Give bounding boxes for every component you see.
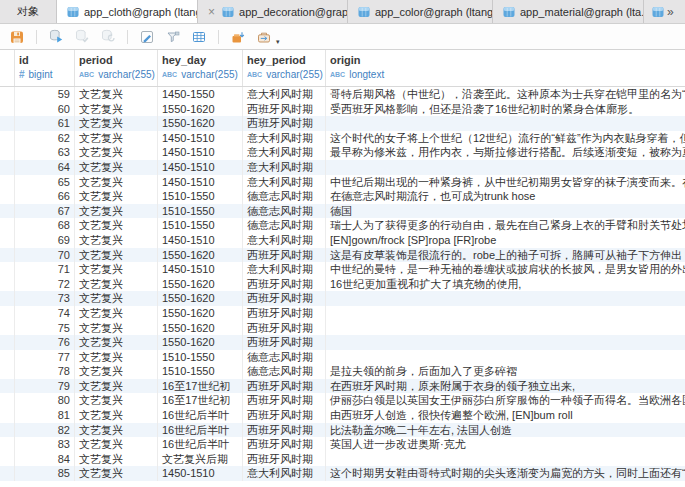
cell-id[interactable]: 84 (15, 452, 75, 467)
cell-id[interactable]: 63 (15, 145, 75, 160)
cell-origin[interactable] (326, 306, 685, 321)
row-gutter[interactable] (0, 233, 15, 248)
cell-hey-day[interactable]: 1510-1550 (158, 204, 243, 219)
cell-id[interactable]: 79 (15, 379, 75, 394)
cell-origin[interactable] (326, 321, 685, 336)
cell-hey-day[interactable]: 16至17世纪初 (158, 379, 243, 394)
cell-origin[interactable]: 16世纪更加重视和扩大了填充物的使用, (326, 277, 685, 292)
cell-hey-day[interactable]: 1450-1550 (158, 87, 243, 102)
cell-id[interactable]: 83 (15, 437, 75, 452)
cell-hey-day[interactable]: 文艺复兴后期 (158, 452, 243, 467)
tab-app-color[interactable]: app_color@graph (ltang) (348, 0, 493, 23)
cell-hey-period[interactable]: 西班牙风时期 (243, 306, 326, 321)
cell-period[interactable]: 文艺复兴 (75, 277, 158, 292)
cell-hey-period[interactable]: 德意志风时期 (243, 218, 326, 233)
table-row[interactable]: 72 文艺复兴 1550-1620 西班牙风时期 16世纪更加重视和扩大了填充物… (0, 277, 685, 292)
table-row[interactable]: 79 文艺复兴 16至17世纪初 西班牙风时期 在西班牙风时期，原来附属于衣身的… (0, 379, 685, 394)
cell-hey-day[interactable]: 1550-1620 (158, 321, 243, 336)
cell-hey-period[interactable]: 德意志风时期 (243, 204, 326, 219)
cell-hey-day[interactable]: 1450-1510 (158, 466, 243, 481)
cell-origin[interactable]: 中世纪后期出现的一种紧身裤，从中世纪初期男女皆穿的袜子演变而来。在英语中称之为h… (326, 175, 685, 190)
import-wizard-icon[interactable] (229, 28, 247, 46)
cell-id[interactable]: 67 (15, 204, 75, 219)
cell-id[interactable]: 80 (15, 393, 75, 408)
grid-view-icon[interactable] (190, 28, 208, 46)
cell-hey-day[interactable]: 1450-1510 (158, 262, 243, 277)
cell-period[interactable]: 文艺复兴 (75, 175, 158, 190)
cell-hey-day[interactable]: 1550-1620 (158, 335, 243, 350)
cell-origin[interactable]: 受西班牙风格影响，但还是沿袭了16世纪初时的紧身合体廓形。 (326, 102, 685, 117)
row-gutter[interactable] (0, 364, 15, 379)
cell-period[interactable]: 文艺复兴 (75, 102, 158, 117)
export-wizard-icon[interactable] (255, 28, 273, 46)
table-row[interactable]: 85 文艺复兴 1450-1510 意大利风时期 这个时期男女鞋由哥特式时期的尖… (0, 466, 685, 481)
row-gutter[interactable] (0, 218, 15, 233)
cell-hey-period[interactable]: 意大利风时期 (243, 87, 326, 102)
cell-hey-period[interactable]: 西班牙风时期 (243, 408, 326, 423)
cell-hey-period[interactable]: 意大利风时期 (243, 160, 326, 175)
cell-id[interactable]: 76 (15, 335, 75, 350)
cell-hey-day[interactable]: 1450-1510 (158, 145, 243, 160)
cell-hey-period[interactable]: 西班牙风时期 (243, 248, 326, 263)
cell-period[interactable]: 文艺复兴 (75, 379, 158, 394)
table-row[interactable]: 64 文艺复兴 1450-1510 意大利风时期 (0, 160, 685, 175)
close-tab-icon[interactable]: × (208, 6, 215, 18)
table-row[interactable]: 68 文艺复兴 1510-1550 德意志风时期 瑞士人为了获得更多的行动自由，… (0, 218, 685, 233)
cell-period[interactable]: 文艺复兴 (75, 466, 158, 481)
cell-hey-period[interactable]: 西班牙风时期 (243, 423, 326, 438)
tab-objects[interactable]: 对象 (0, 0, 57, 23)
cell-hey-day[interactable]: 16世纪后半叶 (158, 423, 243, 438)
tab-overflow-chevron-icon[interactable]: » (667, 5, 674, 19)
table-row[interactable]: 81 文艺复兴 16世纪后半叶 西班牙风时期 由西班牙人创造，很快传遍整个欧洲,… (0, 408, 685, 423)
row-gutter[interactable] (0, 408, 15, 423)
table-row[interactable]: 71 文艺复兴 1450-1510 意大利风时期 中世纪的曼特，是一种无袖的卷缠… (0, 262, 685, 277)
table-row[interactable]: 66 文艺复兴 1510-1550 德意志风时期 在德意志风时期流行，也可成为t… (0, 189, 685, 204)
row-gutter[interactable] (0, 175, 15, 190)
row-gutter[interactable] (0, 437, 15, 452)
cell-period[interactable]: 文艺复兴 (75, 306, 158, 321)
cell-origin[interactable]: 这个时代的女子将上个世纪（12世纪）流行的“鲜兹”作为内衣贴身穿着，但在这个时期… (326, 131, 685, 146)
cell-origin[interactable]: 德国 (326, 204, 685, 219)
row-gutter[interactable] (0, 189, 15, 204)
cell-hey-day[interactable]: 1510-1550 (158, 218, 243, 233)
cell-period[interactable]: 文艺复兴 (75, 160, 158, 175)
cell-id[interactable]: 74 (15, 306, 75, 321)
cell-hey-day[interactable]: 16世纪后半叶 (158, 437, 243, 452)
cell-period[interactable]: 文艺复兴 (75, 262, 158, 277)
cell-id[interactable]: 61 (15, 116, 75, 131)
table-row[interactable]: 75 文艺复兴 1550-1620 西班牙风时期 (0, 321, 685, 336)
cell-id[interactable]: 59 (15, 87, 75, 102)
cell-id[interactable]: 81 (15, 408, 75, 423)
cell-hey-period[interactable]: 意大利风时期 (243, 262, 326, 277)
table-row[interactable]: 65 文艺复兴 1450-1510 意大利风时期 中世纪后期出现的一种紧身裤，从… (0, 175, 685, 190)
cell-hey-day[interactable]: 1550-1620 (158, 277, 243, 292)
cell-period[interactable]: 文艺复兴 (75, 291, 158, 306)
row-gutter[interactable] (0, 423, 15, 438)
cell-hey-period[interactable]: 意大利风时期 (243, 466, 326, 481)
tab-app-cloth[interactable]: app_cloth@graph (ltang) (56, 0, 198, 23)
table-row[interactable]: 84 文艺复兴 文艺复兴后期 西班牙风时期 (0, 452, 685, 467)
cell-period[interactable]: 文艺复兴 (75, 218, 158, 233)
cell-hey-day[interactable]: 1450-1510 (158, 160, 243, 175)
tab-app-decoration[interactable]: × app_decoration@graph (... (198, 0, 348, 23)
table-row[interactable]: 70 文艺复兴 1550-1620 西班牙风时期 这是有皮草装饰是很流行的。ro… (0, 248, 685, 263)
cell-hey-day[interactable]: 1510-1550 (158, 364, 243, 379)
row-gutter[interactable] (0, 321, 15, 336)
table-row[interactable]: 62 文艺复兴 1450-1510 意大利风时期 这个时代的女子将上个世纪（12… (0, 131, 685, 146)
cell-hey-period[interactable]: 西班牙风时期 (243, 393, 326, 408)
row-gutter[interactable] (0, 393, 15, 408)
cell-id[interactable]: 65 (15, 175, 75, 190)
table-row[interactable]: 67 文艺复兴 1510-1550 德意志风时期 德国 (0, 204, 685, 219)
cell-hey-day[interactable]: 1450-1510 (158, 131, 243, 146)
cell-hey-day[interactable]: 1450-1510 (158, 175, 243, 190)
table-row[interactable]: 63 文艺复兴 1450-1510 意大利风时期 最早称为修米兹，用作内衣，与斯… (0, 145, 685, 160)
cell-period[interactable]: 文艺复兴 (75, 87, 158, 102)
row-gutter[interactable] (0, 204, 15, 219)
cell-id[interactable]: 60 (15, 102, 75, 117)
cell-origin[interactable]: 哥特后期风格（中世纪），沿袭至此。这种原本为士兵穿在铠甲里的名为“普尔波万”的服… (326, 87, 685, 102)
cell-id[interactable]: 73 (15, 291, 75, 306)
cell-origin[interactable]: 伊丽莎白领是以英国女王伊丽莎白所穿服饰的一种领子而得名。当欧洲各国贵族们在正式场… (326, 393, 685, 408)
filter-sort-icon[interactable] (164, 28, 182, 46)
cell-period[interactable]: 文艺复兴 (75, 116, 158, 131)
cell-period[interactable]: 文艺复兴 (75, 248, 158, 263)
